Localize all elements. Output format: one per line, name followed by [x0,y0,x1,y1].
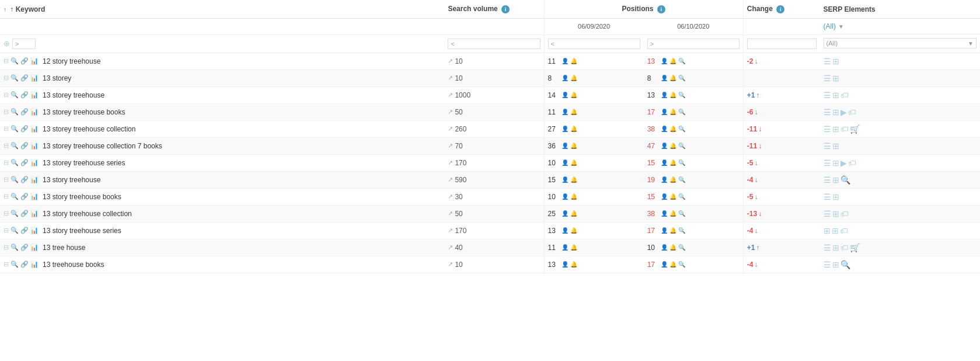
kw-icon1[interactable]: ⊟ [4,125,9,133]
pos1-icon1[interactable]: 👤 [562,75,569,81]
pos2-icon2[interactable]: 🔔 [669,244,676,251]
pos2-icon2[interactable]: 🔔 [669,109,676,115]
positions-info-icon[interactable]: i [657,5,665,13]
serp-icon-video[interactable]: ▶ [841,107,847,117]
serp-icon-list[interactable]: ☰ [824,74,831,83]
kw-icon4[interactable]: 📊 [30,125,39,133]
kw-icon4[interactable]: 📊 [30,74,39,82]
pos1-icon1[interactable]: 👤 [562,261,569,268]
kw-icon4[interactable]: 📊 [30,261,39,268]
pos2-filter-input[interactable] [647,39,740,49]
kw-icon1[interactable]: ⊟ [4,261,9,268]
pos2-icon3[interactable]: 🔍 [678,109,685,115]
serp-icon-image[interactable]: ⊞ [832,158,839,168]
kw-icon1[interactable]: ⊟ [4,108,9,116]
serp-icon-image[interactable]: ⊞ [832,141,839,151]
date1-header[interactable]: 06/09/2020 [544,19,644,35]
kw-icon3[interactable]: 🔗 [20,108,29,116]
serp-icon-list[interactable]: ☰ [824,192,831,202]
kw-icon2[interactable]: 🔍 [11,159,19,166]
pos2-icon2[interactable]: 🔔 [669,261,676,268]
kw-icon1[interactable]: ⊟ [4,91,9,99]
pos2-icon1[interactable]: 👤 [661,210,668,217]
kw-icon3[interactable]: 🔗 [20,159,29,166]
kw-icon4[interactable]: 📊 [30,142,39,150]
pos1-icon1[interactable]: 👤 [562,176,569,183]
pos1-icon2[interactable]: 🔔 [570,244,577,251]
kw-icon3[interactable]: 🔗 [20,74,29,82]
kw-icon3[interactable]: 🔗 [20,261,29,268]
pos1-icon1[interactable]: 👤 [562,227,569,234]
serp-icon-shop[interactable]: 🏷 [841,91,849,100]
serp-icon-list[interactable]: ☰ [824,209,831,218]
pos1-icon2[interactable]: 🔔 [570,126,577,132]
kw-icon1[interactable]: ⊟ [4,142,9,150]
kw-icon2[interactable]: 🔍 [11,91,19,99]
serp-icon-list[interactable]: ☰ [824,107,831,117]
pos2-icon3[interactable]: 🔍 [678,261,685,268]
kw-icon4[interactable]: 📊 [30,210,39,217]
serp-icon-image[interactable]: ⊞ [832,243,839,252]
serp-icon-image[interactable]: ⊞ [832,226,839,235]
pos1-icon1[interactable]: 👤 [562,210,569,217]
serp-icon-search[interactable]: 🔍 [841,175,850,185]
kw-icon3[interactable]: 🔗 [20,227,29,234]
pos1-icon1[interactable]: 👤 [562,143,569,149]
pos1-icon1[interactable]: 👤 [562,244,569,251]
serp-icon-list[interactable]: ☰ [824,124,831,134]
pos2-icon1[interactable]: 👤 [661,193,668,200]
pos1-icon1[interactable]: 👤 [562,193,569,200]
pos1-icon2[interactable]: 🔔 [570,193,577,200]
serp-icon-shop[interactable]: 🏷 [848,158,856,168]
kw-icon3[interactable]: 🔗 [20,176,29,183]
kw-icon1[interactable]: ⊟ [4,227,9,234]
serp-icon-shop[interactable]: 🏷 [841,209,849,218]
kw-icon3[interactable]: 🔗 [20,142,29,150]
pos1-icon1[interactable]: 👤 [562,159,569,166]
serp-all-option[interactable]: (All) [824,22,836,30]
keyword-header[interactable]: ↑ ↑ Keyword [0,0,444,19]
pos1-icon2[interactable]: 🔔 [570,261,577,268]
serp-icon-shop[interactable]: 🏷 [841,124,849,134]
pos2-icon2[interactable]: 🔔 [669,58,676,64]
pos2-icon2[interactable]: 🔔 [669,210,676,217]
kw-icon3[interactable]: 🔗 [20,125,29,133]
kw-icon2[interactable]: 🔍 [11,227,19,234]
pos1-icon1[interactable]: 👤 [562,58,569,64]
kw-icon4[interactable]: 📊 [30,176,39,183]
change-filter-input[interactable] [747,39,817,49]
kw-icon4[interactable]: 📊 [30,91,39,99]
change-header[interactable]: Change i [743,0,819,19]
pos2-icon3[interactable]: 🔍 [678,227,685,234]
pos1-icon2[interactable]: 🔔 [570,109,577,115]
pos2-icon1[interactable]: 👤 [661,143,668,149]
pos2-icon3[interactable]: 🔍 [678,176,685,183]
kw-icon3[interactable]: 🔗 [20,57,29,65]
kw-icon4[interactable]: 📊 [30,57,39,65]
kw-icon3[interactable]: 🔗 [20,91,29,99]
serp-icon-list[interactable]: ☰ [824,175,831,185]
pos2-icon3[interactable]: 🔍 [678,159,685,166]
serp-icon-image[interactable]: ⊞ [832,124,839,134]
pos2-icon1[interactable]: 👤 [661,176,668,183]
pos2-icon2[interactable]: 🔔 [669,143,676,149]
pos2-icon3[interactable]: 🔍 [678,92,685,98]
kw-icon3[interactable]: 🔗 [20,193,29,200]
pos1-icon1[interactable]: 👤 [562,109,569,115]
serp-icon-image[interactable]: ⊞ [832,209,839,218]
pos2-icon2[interactable]: 🔔 [669,75,676,81]
serp-icon-list[interactable]: ☰ [824,243,831,252]
kw-icon2[interactable]: 🔍 [11,57,19,65]
pos2-icon2[interactable]: 🔔 [669,176,676,183]
kw-icon4[interactable]: 📊 [30,244,39,251]
kw-icon2[interactable]: 🔍 [11,210,19,217]
pos2-icon1[interactable]: 👤 [661,75,668,81]
pos2-icon2[interactable]: 🔔 [669,227,676,234]
kw-icon1[interactable]: ⊟ [4,159,9,166]
pos2-icon1[interactable]: 👤 [661,261,668,268]
serp-icon-list[interactable]: ☰ [824,91,831,100]
pos1-icon2[interactable]: 🔔 [570,92,577,98]
pos1-filter-input[interactable] [548,39,640,49]
pos1-icon2[interactable]: 🔔 [570,210,577,217]
serp-icon-list[interactable]: ☰ [824,260,831,269]
